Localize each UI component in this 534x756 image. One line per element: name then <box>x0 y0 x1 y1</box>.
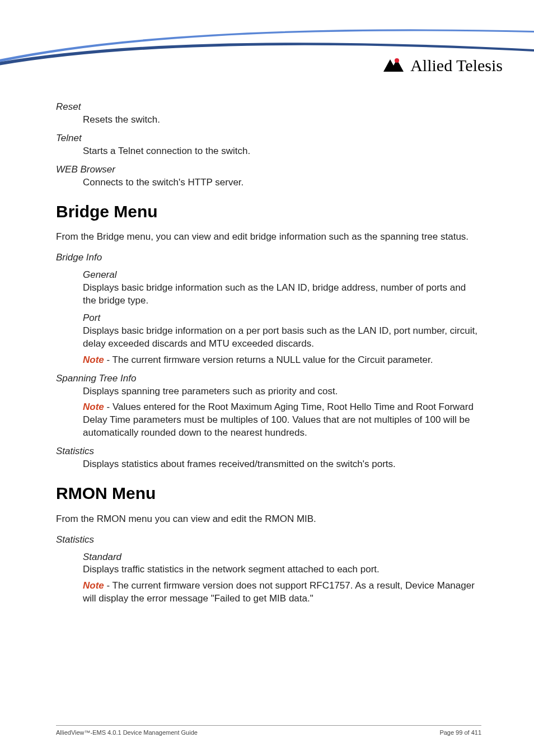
spanning-note: Note - Values entered for the Root Maxim… <box>83 401 481 440</box>
rmon-intro: From the RMON menu you can view and edit… <box>56 513 481 526</box>
footer-right: Page 99 of 411 <box>439 729 481 736</box>
page-footer: AlliedView™-EMS 4.0.1 Device Management … <box>56 725 481 736</box>
rmon-standard-title: Standard <box>83 551 481 564</box>
section-telnet-body: Starts a Telnet connection to the switch… <box>83 145 481 158</box>
note-label: Note <box>83 354 104 365</box>
bridge-info-general-title: General <box>83 269 481 282</box>
brand-name: Allied Telesis <box>410 56 503 75</box>
section-web-body: Connects to the switch's HTTP server. <box>83 176 481 189</box>
logo-mark-icon <box>382 57 405 74</box>
bridge-info-port-body: Displays basic bridge information on a p… <box>83 325 481 351</box>
spanning-title: Spanning Tree Info <box>56 372 481 385</box>
note-text: - The current firmware version returns a… <box>104 354 433 365</box>
rmon-standard-note: Note - The current firmware version does… <box>83 580 481 605</box>
bridge-info-title: Bridge Info <box>56 251 481 264</box>
brand-logo: Allied Telesis <box>382 56 503 75</box>
note-text: - Values entered for the Root Maximum Ag… <box>83 402 474 438</box>
svg-point-0 <box>395 58 399 63</box>
footer-left: AlliedView™-EMS 4.0.1 Device Management … <box>56 729 198 736</box>
rmon-stats-title: Statistics <box>56 534 481 547</box>
bridge-info-port-note: Note - The current firmware version retu… <box>83 354 481 367</box>
bridge-stats-body: Displays statistics about frames receive… <box>83 458 481 471</box>
bridge-stats-title: Statistics <box>56 445 481 458</box>
note-label: Note <box>83 580 104 591</box>
note-label: Note <box>83 402 104 412</box>
section-reset-title: Reset <box>56 101 481 114</box>
bridge-heading: Bridge Menu <box>56 200 481 223</box>
section-telnet-title: Telnet <box>56 132 481 145</box>
note-text: - The current firmware version does not … <box>83 580 475 604</box>
spanning-body: Displays spanning tree parameters such a… <box>83 385 481 398</box>
bridge-info-port-title: Port <box>83 312 481 325</box>
section-web-title: WEB Browser <box>56 164 481 176</box>
bridge-info-general-body: Displays basic bridge information such a… <box>83 282 481 307</box>
rmon-heading: RMON Menu <box>56 482 481 505</box>
section-reset-body: Resets the switch. <box>83 114 481 127</box>
rmon-standard-body: Displays traffic statistics in the netwo… <box>83 563 481 576</box>
page-content: Reset Resets the switch. Telnet Starts a… <box>56 95 481 609</box>
bridge-intro: From the Bridge menu, you can view and e… <box>56 231 481 244</box>
